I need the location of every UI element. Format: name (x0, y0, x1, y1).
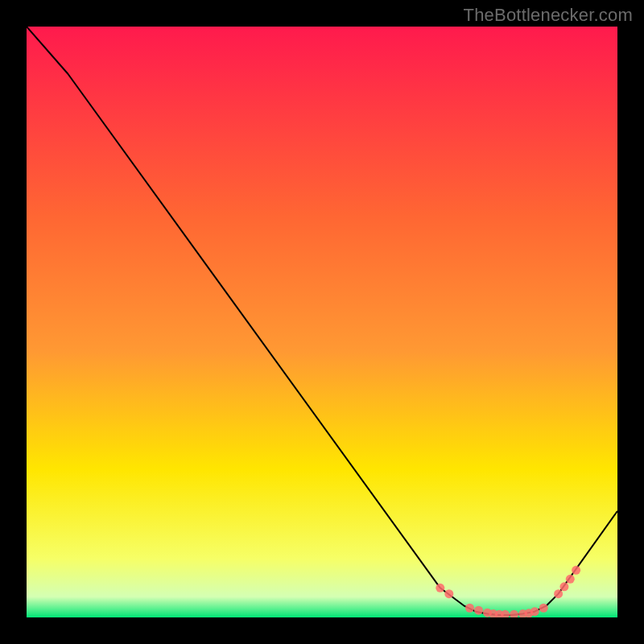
gpu-marker (554, 589, 563, 598)
chart-svg (27, 27, 617, 617)
gpu-marker (559, 582, 568, 591)
gpu-marker (530, 607, 539, 616)
gradient-background (27, 27, 617, 617)
gpu-marker (572, 566, 580, 575)
gpu-marker (539, 604, 548, 613)
gpu-marker (474, 606, 483, 615)
gpu-marker (444, 589, 453, 598)
gpu-marker (465, 604, 474, 613)
plot-area (27, 27, 617, 617)
chart-frame: TheBottlenecker.com (0, 0, 644, 644)
gpu-marker (566, 575, 575, 584)
gpu-marker (436, 584, 444, 592)
watermark-text: TheBottlenecker.com (464, 5, 633, 26)
